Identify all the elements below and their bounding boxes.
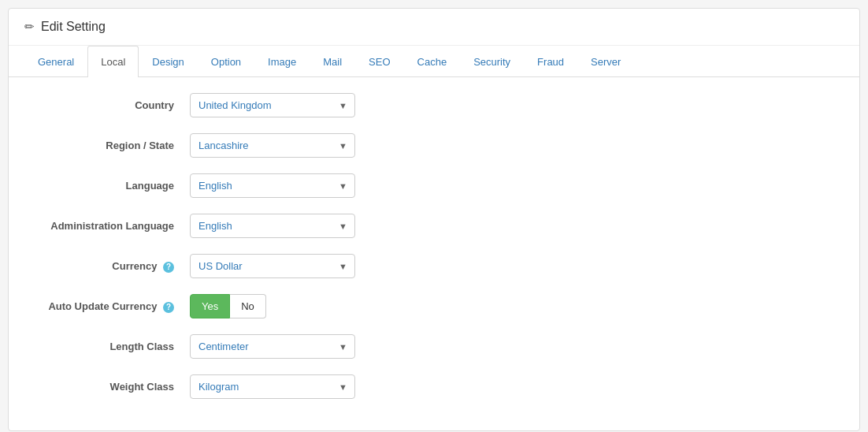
tab-security[interactable]: Security (460, 46, 524, 77)
admin-language-group: Administration Language EnglishFrenchGer… (32, 214, 836, 238)
language-select[interactable]: EnglishFrenchGermanSpanish (190, 173, 355, 198)
auto-update-currency-label: Auto Update Currency ? (32, 300, 190, 313)
auto-update-currency-no-button[interactable]: No (230, 294, 266, 318)
tab-server[interactable]: Server (577, 46, 634, 77)
auto-update-currency-info-icon[interactable]: ? (163, 302, 174, 313)
tabs-container: General Local Design Option Image Mail S… (9, 46, 859, 77)
tab-seo[interactable]: SEO (355, 46, 403, 77)
language-select-wrapper: EnglishFrenchGermanSpanish ▼ (190, 173, 355, 198)
admin-language-label: Administration Language (32, 220, 190, 232)
tab-option[interactable]: Option (198, 46, 254, 77)
page-header: ✏ Edit Setting (9, 9, 859, 46)
country-select-wrapper: United KingdomUnited StatesCanadaAustral… (190, 93, 355, 117)
language-label: Language (32, 180, 190, 192)
currency-info-icon[interactable]: ? (163, 262, 174, 273)
country-group: Country United KingdomUnited StatesCanad… (32, 93, 836, 117)
admin-language-select[interactable]: EnglishFrenchGermanSpanish (190, 214, 355, 238)
tab-fraud[interactable]: Fraud (524, 46, 577, 77)
tab-cache[interactable]: Cache (404, 46, 461, 77)
length-class-label: Length Class (32, 341, 190, 352)
tab-mail[interactable]: Mail (310, 46, 355, 77)
tab-local[interactable]: Local (87, 46, 139, 77)
tab-design[interactable]: Design (139, 46, 197, 77)
country-select[interactable]: United KingdomUnited StatesCanadaAustral… (190, 93, 355, 117)
length-class-select[interactable]: CentimeterInchMillimeter (190, 334, 355, 359)
form-body: Country United KingdomUnited StatesCanad… (9, 77, 859, 430)
length-class-select-wrapper: CentimeterInchMillimeter ▼ (190, 334, 355, 359)
currency-label: Currency ? (32, 260, 190, 273)
tab-general[interactable]: General (24, 46, 87, 77)
region-select[interactable]: LancashireYorkshireLondonManchester (190, 133, 355, 158)
weight-class-select[interactable]: KilogramGramPoundOunce (190, 374, 355, 399)
currency-select-wrapper: US DollarBritish PoundEuroAustralian Dol… (190, 254, 355, 278)
tab-image[interactable]: Image (254, 46, 310, 77)
language-group: Language EnglishFrenchGermanSpanish ▼ (32, 173, 836, 198)
country-label: Country (32, 99, 190, 111)
page-wrapper: ✏ Edit Setting General Local Design Opti… (8, 8, 860, 431)
auto-update-currency-yes-button[interactable]: Yes (190, 294, 230, 318)
page-title: Edit Setting (41, 20, 106, 34)
auto-update-currency-group: Auto Update Currency ? Yes No (32, 294, 836, 318)
currency-group: Currency ? US DollarBritish PoundEuroAus… (32, 254, 836, 278)
currency-select[interactable]: US DollarBritish PoundEuroAustralian Dol… (190, 254, 355, 278)
region-select-wrapper: LancashireYorkshireLondonManchester ▼ (190, 133, 355, 158)
region-group: Region / State LancashireYorkshireLondon… (32, 133, 836, 158)
region-label: Region / State (32, 140, 190, 151)
weight-class-label: Weight Class (32, 381, 190, 393)
auto-update-currency-btn-group: Yes No (190, 294, 266, 318)
admin-language-select-wrapper: EnglishFrenchGermanSpanish ▼ (190, 214, 355, 238)
length-class-group: Length Class CentimeterInchMillimeter ▼ (32, 334, 836, 359)
weight-class-group: Weight Class KilogramGramPoundOunce ▼ (32, 374, 836, 399)
weight-class-select-wrapper: KilogramGramPoundOunce ▼ (190, 374, 355, 399)
edit-icon: ✏ (24, 20, 35, 34)
